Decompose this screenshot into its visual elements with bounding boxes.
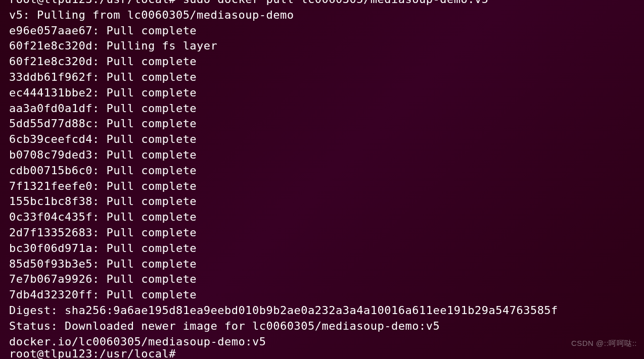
layer-line: 33ddb61f962f: Pull complete [9, 70, 644, 85]
layer-line: 2d7f13352683: Pull complete [9, 225, 644, 241]
layer-line: 7f1321feefe0: Pull complete [9, 179, 644, 194]
layer-line: 6cb39ceefcd4: Pull complete [9, 132, 644, 147]
layer-line: 155bc1bc8f38: Pull complete [9, 194, 644, 210]
layer-line: 7db4d32320ff: Pull complete [9, 287, 644, 303]
layer-line: 60f21e8c320d: Pulling fs layer [9, 38, 644, 54]
pulling-from-line: v5: Pulling from lc0060305/mediasoup-dem… [9, 8, 644, 23]
command-prompt-line: root@tlpu123:/usr/local# sudo docker pul… [9, 0, 644, 8]
layer-line: cdb00715b6c0: Pull complete [9, 163, 644, 179]
shell-prompt: root@tlpu123:/usr/local# sudo docker pul… [9, 0, 488, 6]
digest-line: Digest: sha256:9a6ae195d81ea9eebd010b9b2… [9, 303, 644, 319]
layer-line: 60f21e8c320d: Pull complete [9, 54, 644, 70]
watermark: CSDN @::呵呵哒:: [571, 336, 637, 351]
layer-line: 5dd55d77d88c: Pull complete [9, 116, 644, 132]
layer-line: aa3a0fd0a1df: Pull complete [9, 101, 644, 117]
layer-line: ec444131bbe2: Pull complete [9, 85, 644, 101]
layer-line: e96e057aae67: Pull complete [9, 23, 644, 39]
bottom-prompt-line: root@tlpu123:/usr/local# [9, 346, 644, 359]
layer-line: b0708c79ded3: Pull complete [9, 147, 644, 163]
status-line: Status: Downloaded newer image for lc006… [9, 319, 644, 334]
layers-output: e96e057aae67: Pull complete60f21e8c320d:… [9, 23, 644, 303]
layer-line: 7e7b067a9926: Pull complete [9, 272, 644, 287]
layer-line: 85d50f93b3e5: Pull complete [9, 257, 644, 272]
layer-line: 0c33f04c435f: Pull complete [9, 210, 644, 225]
terminal-window[interactable]: root@tlpu123:/usr/local# sudo docker pul… [9, 0, 644, 351]
layer-line: bc30f06d971a: Pull complete [9, 241, 644, 257]
shell-prompt-bottom: root@tlpu123:/usr/local# [9, 347, 176, 359]
